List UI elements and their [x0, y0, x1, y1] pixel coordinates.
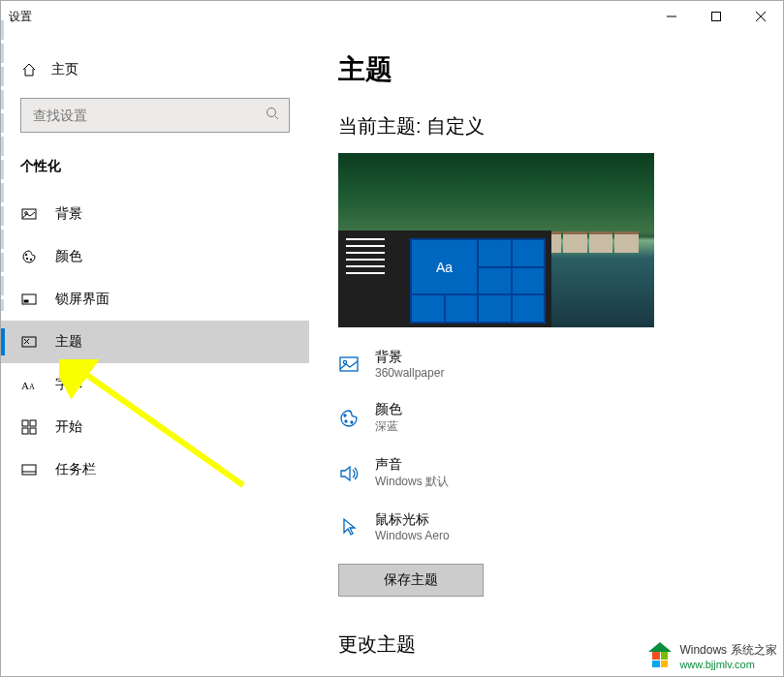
speaker-icon — [338, 463, 360, 484]
svg-rect-17 — [30, 420, 36, 426]
taskbar-icon — [20, 461, 38, 478]
sidebar-item-fonts[interactable]: AA 字体 — [1, 363, 309, 406]
setting-title: 颜色 — [375, 401, 402, 418]
theme-icon — [20, 333, 38, 351]
palette-icon — [20, 248, 38, 265]
home-link[interactable]: 主页 — [1, 51, 309, 98]
sidebar-item-label: 锁屏界面 — [55, 291, 110, 308]
svg-point-25 — [345, 420, 347, 422]
page-title: 主题 — [338, 51, 754, 88]
watermark-url: www.bjjmlv.com — [679, 659, 777, 670]
svg-rect-20 — [22, 465, 36, 475]
setting-sound[interactable]: 声音 Windows 默认 — [338, 456, 754, 490]
svg-rect-13 — [22, 337, 36, 347]
svg-point-24 — [344, 415, 346, 416]
sidebar-item-taskbar[interactable]: 任务栏 — [1, 448, 309, 491]
picture-icon — [20, 205, 38, 223]
picture-icon — [338, 354, 360, 375]
window-controls — [649, 1, 783, 32]
home-icon — [20, 61, 38, 78]
setting-title: 背景 — [375, 349, 444, 366]
svg-rect-1 — [712, 13, 721, 21]
window-title-text: 设置 — [9, 9, 32, 25]
search-icon — [266, 107, 279, 124]
sidebar-item-label: 字体 — [55, 376, 82, 393]
svg-rect-19 — [30, 428, 36, 434]
close-button[interactable] — [738, 1, 783, 32]
sidebar-item-label: 背景 — [55, 205, 82, 223]
start-icon — [20, 418, 38, 436]
setting-background[interactable]: 背景 360wallpaper — [338, 349, 754, 380]
sidebar-item-label: 主题 — [55, 333, 82, 351]
settings-window: 设置 主页 — [0, 0, 784, 677]
svg-text:A: A — [29, 383, 35, 391]
sidebar-item-label: 任务栏 — [55, 461, 96, 478]
save-theme-button[interactable]: 保存主题 — [338, 564, 484, 597]
svg-point-23 — [343, 360, 346, 363]
minimize-button[interactable] — [649, 1, 694, 32]
main-content: 主题 当前主题: 自定义 Aa 背景 — [309, 32, 783, 676]
svg-text:A: A — [21, 380, 29, 391]
sidebar-item-themes[interactable]: 主题 — [1, 321, 309, 363]
sidebar-item-label: 颜色 — [55, 248, 82, 265]
sidebar-item-lockscreen[interactable]: 锁屏界面 — [1, 278, 309, 321]
svg-rect-18 — [22, 428, 28, 434]
svg-rect-16 — [22, 420, 28, 426]
home-label: 主页 — [51, 61, 78, 78]
svg-line-5 — [275, 116, 278, 119]
palette-icon — [338, 408, 360, 429]
setting-cursor[interactable]: 鼠标光标 Windows Aero — [338, 511, 754, 542]
search-box[interactable] — [20, 98, 290, 133]
preview-start-menu: Aa — [338, 231, 551, 327]
svg-point-4 — [267, 108, 276, 117]
setting-color[interactable]: 颜色 深蓝 — [338, 401, 754, 435]
svg-point-26 — [351, 421, 353, 423]
setting-value: Windows 默认 — [375, 474, 449, 490]
sidebar-item-background[interactable]: 背景 — [1, 193, 309, 235]
svg-rect-6 — [22, 209, 36, 219]
setting-value: 深蓝 — [375, 418, 402, 435]
preview-tiles: Aa — [410, 238, 546, 323]
preview-tile-sample-text: Aa — [412, 240, 477, 293]
watermark: Windows 系统之家 www.bjjmlv.com — [646, 641, 777, 670]
watermark-logo-icon — [646, 642, 674, 669]
setting-title: 鼠标光标 — [375, 511, 450, 529]
sidebar-item-label: 开始 — [55, 418, 82, 436]
decorative-edge — [1, 20, 4, 311]
section-label: 个性化 — [1, 158, 309, 193]
watermark-suffix: 系统之家 — [731, 643, 777, 657]
svg-rect-12 — [24, 300, 28, 302]
titlebar: 设置 — [1, 1, 783, 32]
window-title: 设置 — [9, 9, 32, 25]
svg-point-8 — [25, 254, 27, 256]
sidebar-item-start[interactable]: 开始 — [1, 406, 309, 448]
preview-menu-lines — [346, 238, 385, 279]
setting-title: 声音 — [375, 456, 449, 474]
maximize-button[interactable] — [694, 1, 738, 32]
lockscreen-icon — [20, 291, 38, 308]
setting-value: 360wallpaper — [375, 366, 444, 380]
svg-rect-22 — [340, 357, 358, 371]
svg-point-10 — [30, 259, 32, 261]
current-theme-label: 当前主题: 自定义 — [338, 113, 754, 139]
watermark-brand: Windows — [679, 643, 727, 657]
sidebar: 主页 个性化 背景 颜色 — [1, 32, 309, 676]
cursor-icon — [338, 516, 360, 538]
font-icon: AA — [20, 376, 38, 393]
sidebar-item-colors[interactable]: 颜色 — [1, 235, 309, 278]
setting-value: Windows Aero — [375, 529, 450, 542]
search-input[interactable] — [31, 107, 266, 124]
theme-preview: Aa — [338, 153, 654, 327]
svg-point-9 — [26, 258, 28, 260]
